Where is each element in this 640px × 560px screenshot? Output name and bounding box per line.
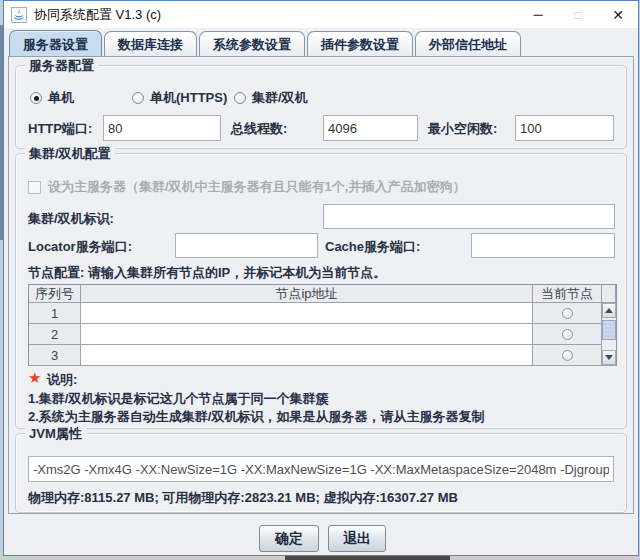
tab-plugin-params[interactable]: 插件参数设置 [307, 31, 413, 58]
minimize-button[interactable]: ─ [518, 1, 558, 28]
cache-port-label: Cache服务端口: [325, 238, 420, 256]
tab-server-settings[interactable]: 服务器设置 [9, 30, 102, 58]
note-star-icon: ★ [28, 370, 41, 386]
node-ip-cell [81, 303, 533, 324]
http-port-input[interactable] [103, 115, 221, 141]
memory-info: 物理内存:8115.27 MB; 可用物理内存:2823.21 MB; 虚拟内存… [28, 489, 458, 507]
master-server-checkbox[interactable]: 设为主服务器（集群/双机中主服务器有且只能有1个,并插入产品加密狗） [28, 178, 465, 196]
node-table: 序列号 节点ip地址 当前节点 1 2 [28, 284, 617, 366]
locator-port-input[interactable] [175, 233, 318, 258]
current-node-cell [533, 324, 602, 345]
current-node-radio-1[interactable] [562, 308, 573, 319]
cluster-config-group: 集群/双机配置 设为主服务器（集群/双机中主服务器有且只能有1个,并插入产品加密… [15, 153, 627, 429]
exit-button[interactable]: 退出 [328, 525, 386, 552]
radio-standalone[interactable]: 单机 [30, 89, 74, 107]
radio-cluster-icon [234, 92, 246, 104]
server-config-group-title: 服务器配置 [25, 57, 98, 74]
tab-system-params[interactable]: 系统参数设置 [199, 31, 305, 58]
maximize-button[interactable]: □ [558, 1, 598, 28]
note-line-2: 2.系统为主服务器自动生成集群/双机标识，如果是从服务器，请从主服务器复制 [28, 408, 484, 426]
cache-port-input[interactable] [471, 233, 615, 258]
minimize-icon: ─ [533, 7, 542, 22]
scroll-down-button[interactable] [602, 350, 616, 365]
radio-standalone-icon [30, 92, 42, 104]
java-app-icon [11, 7, 27, 23]
server-settings-panel: 服务器配置 单机 单机(HTTPS) 集群/双机 HTTP端口: 总线程数: 最… [8, 56, 634, 514]
current-node-cell [533, 345, 602, 366]
server-config-group: 服务器配置 单机 单机(HTTPS) 集群/双机 HTTP端口: 总线程数: 最… [15, 65, 627, 149]
row-serial: 2 [29, 324, 81, 345]
radio-cluster[interactable]: 集群/双机 [234, 89, 308, 107]
node-ip-input-3[interactable] [81, 345, 532, 365]
checkbox-icon [28, 181, 41, 194]
node-table-row: 1 [29, 303, 602, 324]
close-icon: ✕ [612, 7, 624, 23]
node-ip-cell [81, 345, 533, 366]
current-node-radio-3[interactable] [562, 350, 573, 361]
node-ip-input-1[interactable] [81, 303, 532, 323]
node-table-row: 3 [29, 345, 602, 366]
row-serial: 3 [29, 345, 81, 366]
current-node-radio-2[interactable] [562, 329, 573, 340]
total-threads-input[interactable] [323, 115, 418, 141]
node-ip-cell [81, 324, 533, 345]
tab-bar: 服务器设置 数据库连接 系统参数设置 插件参数设置 外部信任地址 [9, 31, 523, 57]
min-idle-input[interactable] [515, 115, 614, 141]
tab-external-trust[interactable]: 外部信任地址 [415, 31, 521, 58]
jvm-group-title: JVM属性 [25, 425, 86, 442]
header-current-node: 当前节点 [533, 285, 602, 303]
radio-standalone-https[interactable]: 单机(HTTPS) [132, 89, 227, 107]
header-node-ip: 节点ip地址 [81, 285, 533, 303]
tab-database-connection[interactable]: 数据库连接 [104, 31, 197, 58]
master-server-checkbox-label: 设为主服务器（集群/双机中主服务器有且只能有1个,并插入产品加密狗） [48, 178, 465, 196]
note-line-1: 1.集群/双机标识是标记这几个节点属于同一个集群簇 [28, 390, 328, 408]
scroll-track[interactable] [602, 318, 616, 350]
min-idle-label: 最小空闲数: [428, 120, 497, 138]
node-table-header-row: 序列号 节点ip地址 当前节点 [29, 285, 616, 303]
header-serial: 序列号 [29, 285, 81, 303]
total-threads-label: 总线程数: [231, 120, 287, 138]
radio-https-icon [132, 92, 144, 104]
notes-title: 说明: [47, 371, 77, 389]
scroll-thumb[interactable] [602, 320, 616, 340]
http-port-label: HTTP端口: [28, 120, 92, 138]
current-node-cell [533, 303, 602, 324]
node-config-hint: 节点配置: 请输入集群所有节点的IP，并标记本机为当前节点。 [28, 264, 386, 282]
header-scrollbar-filler [602, 285, 616, 303]
radio-https-label: 单机(HTTPS) [150, 89, 227, 107]
locator-port-label: Locator服务端口: [28, 238, 132, 256]
close-button[interactable]: ✕ [598, 1, 638, 28]
app-window: 协同系统配置 V1.3 (c) ─ □ ✕ 服务器设置 数据库连接 系统参数设置… [3, 0, 639, 556]
table-scrollbar[interactable] [602, 303, 616, 366]
node-table-row: 2 [29, 324, 602, 345]
node-ip-input-2[interactable] [81, 324, 532, 344]
titlebar: 协同系统配置 V1.3 (c) ─ □ ✕ [4, 1, 638, 28]
jvm-group: JVM属性 物理内存:8115.27 MB; 可用物理内存:2823.21 MB… [15, 433, 627, 513]
maximize-icon: □ [574, 8, 581, 22]
cluster-id-label: 集群/双机标识: [28, 210, 114, 228]
scroll-up-button[interactable] [602, 303, 616, 318]
cluster-config-group-title: 集群/双机配置 [25, 145, 115, 162]
cluster-id-input[interactable] [323, 204, 615, 229]
window-title: 协同系统配置 V1.3 (c) [34, 6, 161, 24]
jvm-args-input[interactable] [28, 456, 614, 482]
arrow-up-icon [605, 308, 613, 313]
arrow-down-icon [605, 355, 613, 360]
radio-cluster-label: 集群/双机 [252, 89, 308, 107]
ok-button[interactable]: 确定 [259, 525, 319, 552]
radio-standalone-label: 单机 [48, 89, 74, 107]
row-serial: 1 [29, 303, 81, 324]
